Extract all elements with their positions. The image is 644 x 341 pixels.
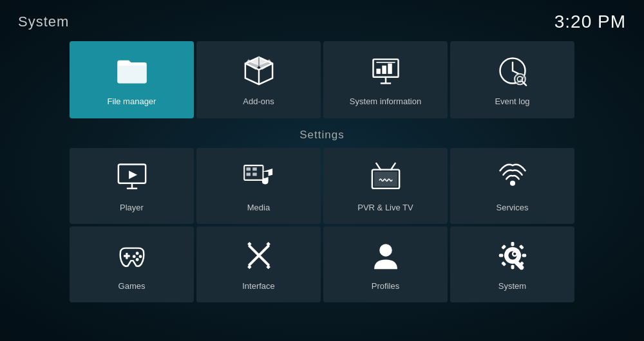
interface-label: Interface [242, 281, 275, 291]
svg-rect-25 [374, 171, 397, 186]
file-manager-label: File manager [108, 97, 156, 106]
svg-point-28 [509, 180, 515, 185]
svg-rect-21 [252, 167, 257, 170]
tile-media[interactable]: Media [196, 148, 321, 224]
svg-rect-30 [124, 255, 130, 257]
tile-add-ons[interactable]: Add-ons [196, 41, 321, 118]
svg-line-9 [513, 71, 519, 74]
svg-rect-20 [246, 167, 251, 170]
svg-rect-43 [511, 241, 514, 246]
svg-rect-3 [388, 63, 392, 73]
system-label: System [498, 281, 526, 291]
settings-section-title: Settings [0, 129, 644, 142]
svg-rect-23 [252, 172, 257, 176]
player-icon [115, 160, 149, 196]
profiles-icon [369, 239, 402, 275]
tile-file-manager[interactable]: File manager [70, 41, 194, 118]
pvr-live-tv-icon [369, 160, 402, 196]
tile-services[interactable]: Services [450, 148, 574, 224]
system-information-label: System information [350, 97, 421, 106]
svg-point-34 [135, 258, 138, 261]
event-log-icon [496, 54, 529, 90]
add-ons-label: Add-ons [243, 97, 274, 106]
svg-marker-40 [247, 241, 252, 246]
event-log-label: Event log [495, 97, 529, 106]
pvr-live-tv-label: PVR & Live TV [357, 203, 413, 212]
player-label: Player [120, 203, 144, 212]
games-label: Games [118, 281, 146, 291]
tile-player[interactable]: Player [70, 148, 194, 224]
svg-marker-39 [266, 264, 270, 269]
clock: 3:20 PM [554, 12, 626, 32]
app-title: System [18, 14, 69, 30]
profiles-label: Profiles [372, 281, 399, 291]
svg-rect-49 [501, 261, 506, 266]
svg-rect-46 [522, 253, 526, 257]
svg-rect-2 [382, 65, 386, 73]
tile-system-information[interactable]: System information [323, 41, 448, 118]
svg-rect-44 [511, 264, 514, 269]
top-row: File manager Add-ons [0, 41, 644, 118]
svg-point-31 [135, 252, 138, 255]
svg-marker-37 [247, 264, 252, 269]
tile-event-log[interactable]: Event log [450, 41, 574, 118]
tile-pvr-live-tv[interactable]: PVR & Live TV [323, 148, 448, 224]
svg-rect-48 [518, 244, 524, 249]
svg-rect-45 [498, 253, 503, 257]
media-label: Media [247, 203, 270, 212]
file-manager-icon [115, 54, 149, 90]
tile-profiles[interactable]: Profiles [323, 226, 448, 302]
system-information-icon [369, 54, 402, 90]
tile-interface[interactable]: Interface [196, 226, 321, 302]
svg-point-33 [132, 255, 135, 258]
svg-line-27 [391, 163, 395, 169]
settings-grid: Player Media [0, 148, 644, 302]
svg-marker-16 [129, 170, 137, 179]
games-icon [115, 239, 149, 275]
svg-rect-22 [246, 172, 251, 176]
svg-rect-1 [376, 68, 381, 73]
services-label: Services [497, 203, 529, 212]
svg-line-26 [376, 163, 381, 169]
tile-system[interactable]: System [450, 226, 574, 302]
svg-marker-38 [266, 241, 270, 246]
interface-icon [242, 239, 276, 275]
header: System 3:20 PM [0, 0, 644, 39]
svg-point-32 [138, 255, 142, 258]
media-icon [242, 160, 276, 196]
add-ons-icon [242, 54, 276, 90]
services-icon [496, 160, 529, 196]
svg-rect-47 [501, 244, 506, 249]
svg-point-41 [379, 244, 392, 257]
system-icon [496, 239, 529, 275]
tile-games[interactable]: Games [70, 226, 194, 302]
